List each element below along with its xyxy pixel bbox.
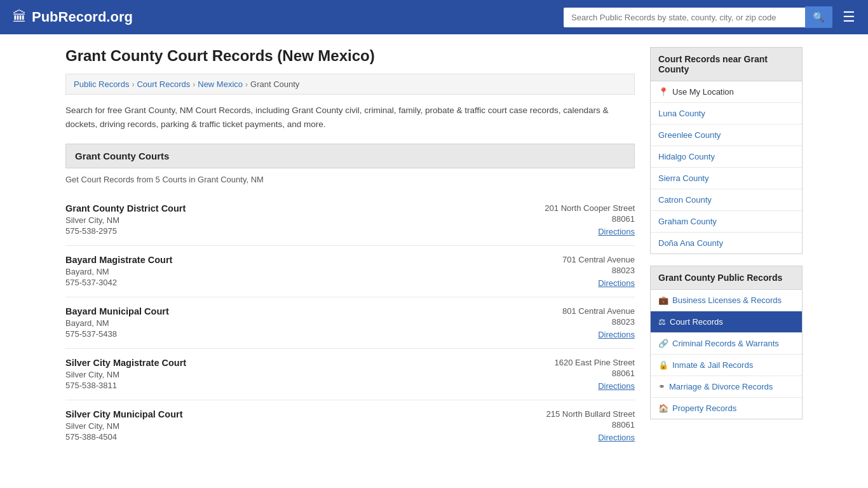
breadcrumb-new-mexico[interactable]: New Mexico (198, 79, 243, 89)
directions-link-2[interactable]: Directions (598, 330, 635, 339)
court-address-4: 215 North Bullard Street (508, 409, 635, 419)
search-button[interactable]: 🔍 (805, 6, 832, 28)
court-address-1: 701 Central Avenue (508, 255, 635, 264)
sidebar-item-record-1[interactable]: ⚖Court Records (651, 311, 802, 333)
record-icon-3: 🔒 (658, 360, 668, 370)
sidebar-nearby-label-6: Graham County (658, 217, 717, 226)
breadcrumb: Public Records › Court Records › New Mex… (65, 74, 635, 95)
sidebar-item-nearby-1[interactable]: Luna County (651, 103, 802, 125)
court-name-3: Silver City Magistrate Court (65, 358, 508, 368)
sidebar-item-record-4[interactable]: ⚭Marriage & Divorce Records (651, 376, 802, 398)
logo-text: PubRecord.org (32, 9, 133, 25)
sidebar-item-nearby-6[interactable]: Graham County (651, 211, 802, 233)
public-records-section-header: Grant County Public Records (650, 266, 803, 290)
court-city-2: Bayard, NM (65, 318, 508, 328)
public-records-list: 💼Business Licenses & Records⚖Court Recor… (650, 290, 803, 419)
sidebar-nearby-label-7: Doña Ana County (658, 238, 723, 248)
directions-link-1[interactable]: Directions (598, 278, 635, 288)
court-phone-1: 575-537-3042 (65, 278, 508, 287)
record-icon-5: 🏠 (658, 403, 668, 413)
record-icon-1: ⚖ (658, 317, 666, 327)
court-right-2: 801 Central Avenue 88023 Directions (508, 306, 635, 339)
directions-link-0[interactable]: Directions (598, 227, 635, 236)
record-icon-0: 💼 (658, 295, 668, 305)
breadcrumb-court-records[interactable]: Court Records (137, 79, 190, 89)
court-phone-4: 575-388-4504 (65, 432, 508, 442)
court-right-3: 1620 East Pine Street 88061 Directions (508, 358, 635, 391)
sidebar-nearby-label-4: Sierra County (658, 173, 709, 183)
header-right: 🔍 ☰ (564, 6, 855, 28)
content-area: Grant County Court Records (New Mexico) … (65, 47, 635, 451)
court-right-1: 701 Central Avenue 88023 Directions (508, 255, 635, 288)
court-zip-2: 88023 (508, 317, 635, 327)
court-city-0: Silver City, NM (65, 215, 508, 225)
sidebar-item-nearby-3[interactable]: Hidalgo County (651, 146, 802, 168)
court-phone-0: 575-538-2975 (65, 226, 508, 236)
breadcrumb-sep-3: › (245, 80, 248, 89)
court-zip-1: 88023 (508, 266, 635, 275)
court-address-0: 201 North Cooper Street (508, 203, 635, 213)
breadcrumb-grant-county: Grant County (250, 79, 299, 89)
sidebar-item-nearby-2[interactable]: Greenlee County (651, 125, 802, 146)
court-phone-2: 575-537-5438 (65, 329, 508, 339)
sidebar-nearby-label-0: Use My Location (672, 87, 734, 97)
court-zip-4: 88061 (508, 420, 635, 430)
court-right-0: 201 North Cooper Street 88061 Directions (508, 203, 635, 236)
court-left-2: Bayard Municipal Court Bayard, NM 575-53… (65, 306, 508, 339)
sidebar-item-record-0[interactable]: 💼Business Licenses & Records (651, 290, 802, 311)
search-container: 🔍 (564, 6, 832, 28)
page-title: Grant County Court Records (New Mexico) (65, 47, 635, 65)
nearby-list: 📍Use My LocationLuna CountyGreenlee Coun… (650, 81, 803, 254)
courts-section-header: Grant County Courts (65, 144, 635, 168)
court-zip-0: 88061 (508, 214, 635, 224)
header: 🏛 PubRecord.org 🔍 ☰ (0, 0, 868, 34)
sidebar-item-record-2[interactable]: 🔗Criminal Records & Warrants (651, 333, 802, 355)
court-name-2: Bayard Municipal Court (65, 306, 508, 316)
sidebar-item-nearby-7[interactable]: Doña Ana County (651, 233, 802, 254)
court-city-4: Silver City, NM (65, 421, 508, 431)
courts-list: Grant County District Court Silver City,… (65, 194, 635, 451)
sidebar-item-nearby-0[interactable]: 📍Use My Location (651, 81, 802, 103)
sidebar-record-label-3: Inmate & Jail Records (672, 360, 753, 370)
directions-link-3[interactable]: Directions (598, 381, 635, 391)
sidebar-nearby-label-5: Catron County (658, 195, 712, 205)
breadcrumb-sep-1: › (132, 80, 134, 89)
court-address-2: 801 Central Avenue (508, 306, 635, 316)
page-description: Search for free Grant County, NM Court R… (65, 104, 635, 131)
court-right-4: 215 North Bullard Street 88061 Direction… (508, 409, 635, 442)
sidebar-item-nearby-4[interactable]: Sierra County (651, 168, 802, 189)
main-container: Grant County Court Records (New Mexico) … (53, 34, 815, 464)
court-left-3: Silver City Magistrate Court Silver City… (65, 358, 508, 390)
sidebar-item-nearby-5[interactable]: Catron County (651, 189, 802, 211)
sidebar-nearby-label-3: Hidalgo County (658, 152, 715, 161)
record-icon-2: 🔗 (658, 339, 668, 348)
location-icon: 📍 (658, 87, 668, 97)
court-city-1: Bayard, NM (65, 267, 508, 276)
court-zip-3: 88061 (508, 369, 635, 378)
court-city-3: Silver City, NM (65, 370, 508, 379)
table-row: Bayard Municipal Court Bayard, NM 575-53… (65, 297, 635, 349)
court-left-1: Bayard Magistrate Court Bayard, NM 575-5… (65, 255, 508, 287)
court-phone-3: 575-538-3811 (65, 381, 508, 390)
sidebar-record-label-4: Marriage & Divorce Records (669, 382, 773, 391)
table-row: Grant County District Court Silver City,… (65, 194, 635, 246)
breadcrumb-public-records[interactable]: Public Records (74, 79, 129, 89)
sidebar-record-label-5: Property Records (672, 403, 736, 413)
table-row: Bayard Magistrate Court Bayard, NM 575-5… (65, 246, 635, 297)
logo-area: 🏛 PubRecord.org (13, 9, 133, 25)
logo-icon: 🏛 (13, 9, 27, 25)
search-input[interactable] (564, 8, 805, 27)
sidebar-record-label-1: Court Records (670, 317, 723, 327)
sidebar-record-label-0: Business Licenses & Records (672, 295, 782, 305)
court-name-0: Grant County District Court (65, 203, 508, 214)
court-name-4: Silver City Municipal Court (65, 409, 508, 419)
menu-icon[interactable]: ☰ (843, 9, 855, 25)
sidebar-item-record-5[interactable]: 🏠Property Records (651, 398, 802, 419)
sidebar: Court Records near Grant County 📍Use My … (650, 47, 803, 451)
sidebar-record-label-2: Criminal Records & Warrants (672, 339, 779, 348)
table-row: Silver City Magistrate Court Silver City… (65, 349, 635, 400)
directions-link-4[interactable]: Directions (598, 433, 635, 442)
sidebar-nearby-label-2: Greenlee County (658, 130, 721, 140)
sidebar-item-record-3[interactable]: 🔒Inmate & Jail Records (651, 355, 802, 376)
table-row: Silver City Municipal Court Silver City,… (65, 400, 635, 451)
